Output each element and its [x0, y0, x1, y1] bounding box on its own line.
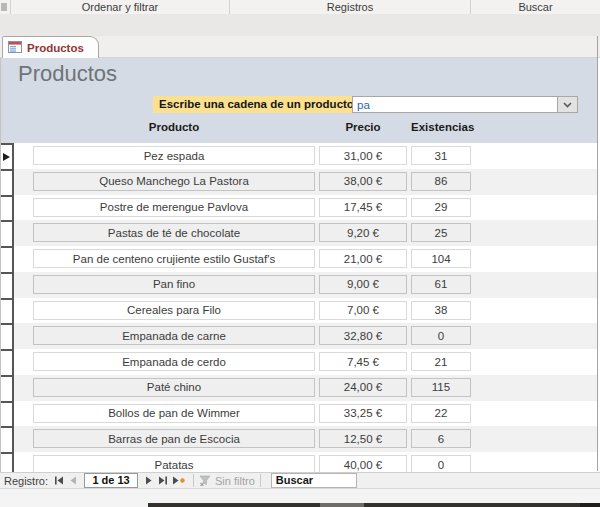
product-field[interactable]: Pez espada — [33, 146, 315, 165]
record-selector[interactable] — [1, 246, 14, 272]
new-record-icon — [172, 476, 186, 485]
record-selector[interactable] — [1, 272, 14, 298]
stock-field[interactable]: 61 — [411, 275, 471, 294]
column-header-producto: Producto — [33, 121, 315, 133]
product-field[interactable]: Cereales para Filo — [33, 301, 315, 320]
product-field[interactable]: Empanada de cerdo — [33, 352, 315, 371]
price-field[interactable]: 24,00 € — [319, 378, 407, 397]
first-record-icon — [54, 476, 64, 485]
funnel-icon — [199, 475, 211, 486]
record-navigation-bar: Registro: 1 de 13 — [0, 472, 600, 489]
combobox-value[interactable]: pa — [357, 98, 370, 112]
product-field[interactable]: Barras de pan de Escocia — [33, 429, 315, 448]
record-selector[interactable] — [1, 298, 14, 324]
product-field[interactable]: Patatas — [33, 455, 315, 472]
stock-field[interactable]: 22 — [411, 404, 471, 423]
column-header-precio: Precio — [319, 121, 407, 133]
ribbon-group-label: Ordenar y filtrar — [82, 1, 158, 13]
ribbon-group-records: Registros — [230, 0, 471, 14]
stock-field[interactable]: 21 — [411, 352, 471, 371]
form-title: Productos — [18, 61, 117, 87]
record-selector[interactable] — [1, 323, 14, 349]
document-tab-bar: Productos — [0, 36, 600, 58]
record-row: Pastas de té de chocolate 9,20 € 25 — [1, 220, 597, 246]
product-field[interactable]: Queso Manchego La Pastora — [33, 172, 315, 191]
new-record-button[interactable] — [170, 474, 188, 487]
stock-field[interactable]: 104 — [411, 249, 471, 268]
stock-field[interactable]: 6 — [411, 429, 471, 448]
last-record-button[interactable] — [156, 474, 170, 487]
price-field[interactable]: 9,20 € — [319, 223, 407, 242]
record-selector[interactable] — [1, 220, 14, 246]
stock-field[interactable]: 0 — [411, 455, 471, 472]
tab-label: Productos — [27, 42, 84, 54]
price-field[interactable]: 31,00 € — [319, 146, 407, 165]
product-search-label: Escribe una cadena de un producto — [153, 96, 360, 113]
form-header: Productos Escribe una cadena de un produ… — [0, 58, 597, 143]
price-field[interactable]: 21,00 € — [319, 249, 407, 268]
record-selector[interactable] — [1, 169, 14, 195]
price-field[interactable]: 40,00 € — [319, 455, 407, 472]
record-search-input[interactable]: Buscar — [271, 473, 357, 488]
record-selector[interactable] — [1, 401, 14, 427]
taskbar-segment — [580, 503, 600, 507]
chevron-down-icon — [563, 102, 572, 108]
combobox-dropdown-button[interactable] — [557, 97, 577, 112]
last-record-icon — [158, 476, 168, 485]
stock-field[interactable]: 25 — [411, 223, 471, 242]
product-field[interactable]: Paté chino — [33, 378, 315, 397]
record-position-box[interactable]: 1 de 13 — [84, 473, 138, 488]
record-selector[interactable] — [1, 452, 14, 472]
stock-field[interactable]: 29 — [411, 198, 471, 217]
price-field[interactable]: 33,25 € — [319, 404, 407, 423]
price-field[interactable]: 17,45 € — [319, 198, 407, 217]
filter-status-button[interactable]: Sin filtro — [199, 475, 255, 487]
access-window: Ordenar y filtrar Registros Buscar Produ… — [0, 0, 600, 507]
record-row: Pan fino 9,00 € 61 — [1, 272, 597, 298]
record-selector[interactable] — [1, 195, 14, 221]
product-field[interactable]: Bollos de pan de Wimmer — [33, 404, 315, 423]
stock-field[interactable]: 115 — [411, 378, 471, 397]
tab-productos[interactable]: Productos — [2, 36, 99, 58]
clipboard-icon — [1, 3, 7, 11]
detail-rows: Pez espada 31,00 € 31 Queso Manchego La … — [0, 143, 597, 472]
record-row: Cereales para Filo 7,00 € 38 — [1, 298, 597, 324]
product-field[interactable]: Pan de centeno crujiente estilo Gustaf's — [33, 249, 315, 268]
previous-record-button[interactable] — [66, 474, 80, 487]
price-field[interactable]: 32,80 € — [319, 326, 407, 345]
product-field[interactable]: Pan fino — [33, 275, 315, 294]
price-field[interactable]: 7,00 € — [319, 301, 407, 320]
product-field[interactable]: Empanada de carne — [33, 326, 315, 345]
taskbar-strip — [148, 503, 600, 507]
price-field[interactable]: 12,50 € — [319, 429, 407, 448]
column-header-row: Producto Precio Existencias — [1, 121, 598, 133]
stock-field[interactable]: 38 — [411, 301, 471, 320]
product-field[interactable]: Pastas de té de chocolate — [33, 223, 315, 242]
taskbar-segment — [320, 503, 364, 507]
price-field[interactable]: 7,45 € — [319, 352, 407, 371]
navbar-separator — [260, 474, 261, 487]
ribbon-edge-fragment — [0, 0, 11, 14]
record-row: Empanada de cerdo 7,45 € 21 — [1, 349, 597, 375]
record-selector[interactable] — [1, 349, 14, 375]
next-record-button[interactable] — [142, 474, 156, 487]
stock-field[interactable]: 86 — [411, 172, 471, 191]
column-header-existencias: Existencias — [411, 121, 471, 133]
record-row: Pez espada 31,00 € 31 — [1, 143, 597, 169]
record-selector[interactable] — [1, 426, 14, 452]
stock-field[interactable]: 31 — [411, 146, 471, 165]
record-row: Empanada de carne 32,80 € 0 — [1, 323, 597, 349]
product-field[interactable]: Postre de merengue Pavlova — [33, 198, 315, 217]
first-record-button[interactable] — [52, 474, 66, 487]
filter-status-label: Sin filtro — [215, 475, 255, 487]
record-selector[interactable] — [1, 375, 14, 401]
window-right-border — [597, 36, 598, 471]
product-search-combobox[interactable]: pa — [352, 96, 578, 113]
ribbon-group-label: Buscar — [518, 1, 552, 13]
ribbon-group-label: Registros — [327, 1, 373, 13]
price-field[interactable]: 9,00 € — [319, 275, 407, 294]
stock-field[interactable]: 0 — [411, 326, 471, 345]
price-field[interactable]: 38,00 € — [319, 172, 407, 191]
record-selector[interactable] — [1, 143, 14, 169]
navbar-separator — [193, 474, 194, 487]
